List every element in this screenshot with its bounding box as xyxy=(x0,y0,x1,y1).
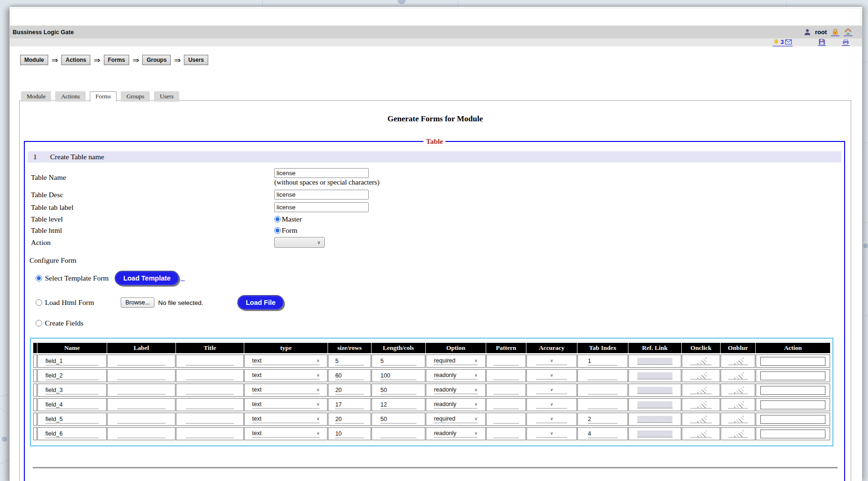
pattern-input[interactable] xyxy=(493,416,519,424)
onclick-textarea[interactable] xyxy=(690,400,712,409)
label-input[interactable] xyxy=(117,372,166,380)
create-fields-radio[interactable] xyxy=(36,320,42,326)
tab-index-input[interactable] xyxy=(588,358,618,366)
label-input[interactable] xyxy=(117,430,166,438)
name-input[interactable] xyxy=(45,416,99,424)
table-desc-input[interactable] xyxy=(274,190,369,200)
ref-link-box[interactable] xyxy=(637,401,672,408)
notifications-link[interactable]: 3 xyxy=(773,39,793,46)
home-icon[interactable] xyxy=(844,28,853,36)
length-cols-input[interactable] xyxy=(380,416,416,424)
tab-index-input[interactable] xyxy=(588,430,618,438)
action-input[interactable] xyxy=(760,371,825,380)
breadcrumb-actions-button[interactable]: Actions xyxy=(61,55,90,65)
option-select[interactable]: required∨ xyxy=(434,415,477,423)
onclick-textarea[interactable] xyxy=(690,429,712,438)
select-template-form-radio[interactable] xyxy=(36,275,42,281)
onclick-textarea[interactable] xyxy=(690,357,712,365)
name-input[interactable] xyxy=(45,358,99,366)
breadcrumb-groups-button[interactable]: Groups xyxy=(142,55,171,65)
action-input[interactable] xyxy=(760,415,825,424)
action-input[interactable] xyxy=(760,400,825,409)
ref-link-box[interactable] xyxy=(637,358,672,365)
option-select[interactable]: readonly∨ xyxy=(434,401,477,409)
title-input[interactable] xyxy=(186,416,234,424)
type-select[interactable]: text∨ xyxy=(252,357,320,365)
table-html-form-radio[interactable] xyxy=(274,227,281,234)
name-input[interactable] xyxy=(45,430,99,438)
onblur-textarea[interactable] xyxy=(728,415,748,423)
label-input[interactable] xyxy=(117,401,166,409)
type-select[interactable]: text∨ xyxy=(252,430,320,438)
ref-link-box[interactable] xyxy=(637,372,672,379)
tab-index-input[interactable] xyxy=(588,401,618,409)
type-select[interactable]: text∨ xyxy=(252,372,320,380)
action-select[interactable]: ∨ xyxy=(274,237,325,248)
load-file-button[interactable]: Load File xyxy=(238,296,284,310)
tab-index-input[interactable] xyxy=(588,387,618,395)
accuracy-select[interactable]: ∨ xyxy=(536,401,567,409)
onblur-textarea[interactable] xyxy=(728,357,748,365)
type-select[interactable]: text∨ xyxy=(252,386,320,394)
save-icon[interactable] xyxy=(818,39,826,46)
pattern-input[interactable] xyxy=(493,401,519,409)
table-tab-label-input[interactable] xyxy=(274,202,369,212)
accuracy-select[interactable]: ∨ xyxy=(536,430,567,438)
action-input[interactable] xyxy=(760,429,825,438)
name-input[interactable] xyxy=(45,372,99,380)
length-cols-input[interactable] xyxy=(380,387,416,395)
name-input[interactable] xyxy=(45,387,99,395)
ref-link-box[interactable] xyxy=(637,416,672,423)
size-rows-input[interactable] xyxy=(335,358,364,366)
type-select[interactable]: text∨ xyxy=(252,401,320,409)
pattern-input[interactable] xyxy=(493,372,519,380)
option-select[interactable]: readonly∨ xyxy=(434,386,477,394)
browse-button[interactable]: Browse... xyxy=(121,297,154,308)
size-rows-input[interactable] xyxy=(335,401,364,409)
print-icon[interactable] xyxy=(842,39,850,46)
size-rows-input[interactable] xyxy=(335,387,364,395)
title-input[interactable] xyxy=(186,387,234,395)
onblur-textarea[interactable] xyxy=(728,386,748,394)
option-select[interactable]: readonly∨ xyxy=(434,430,477,438)
lock-icon[interactable] xyxy=(831,29,839,36)
label-input[interactable] xyxy=(117,358,166,366)
tab-module[interactable]: Module xyxy=(21,91,51,102)
pattern-input[interactable] xyxy=(493,358,519,366)
accuracy-select[interactable]: ∨ xyxy=(536,415,567,423)
stray-underscore-link[interactable] xyxy=(181,275,185,281)
ref-link-box[interactable] xyxy=(637,387,672,394)
load-html-form-radio[interactable] xyxy=(36,299,42,306)
label-input[interactable] xyxy=(117,416,166,424)
onblur-textarea[interactable] xyxy=(728,371,748,380)
name-input[interactable] xyxy=(45,401,99,409)
label-input[interactable] xyxy=(117,387,166,395)
onblur-textarea[interactable] xyxy=(728,429,748,438)
onblur-textarea[interactable] xyxy=(728,400,748,409)
action-input[interactable] xyxy=(760,357,825,366)
length-cols-input[interactable] xyxy=(380,372,416,380)
breadcrumb-forms-button[interactable]: Forms xyxy=(104,55,130,65)
size-rows-input[interactable] xyxy=(335,416,364,424)
length-cols-input[interactable] xyxy=(380,358,416,366)
pattern-input[interactable] xyxy=(493,387,519,395)
tab-forms[interactable]: Forms xyxy=(90,91,117,103)
size-rows-input[interactable] xyxy=(335,430,364,438)
breadcrumb-module-button[interactable]: Module xyxy=(20,55,48,65)
accuracy-select[interactable]: ∨ xyxy=(536,357,567,365)
title-input[interactable] xyxy=(186,401,234,409)
table-name-input[interactable] xyxy=(274,168,369,178)
tab-index-input[interactable] xyxy=(588,416,618,424)
title-input[interactable] xyxy=(186,430,234,438)
tab-users[interactable]: Users xyxy=(154,91,179,102)
onclick-textarea[interactable] xyxy=(690,415,712,423)
title-input[interactable] xyxy=(186,372,234,380)
option-select[interactable]: readonly∨ xyxy=(434,372,477,380)
accuracy-select[interactable]: ∨ xyxy=(536,372,567,380)
load-template-button[interactable]: Load Template xyxy=(115,271,178,285)
type-select[interactable]: text∨ xyxy=(252,415,320,423)
onclick-textarea[interactable] xyxy=(690,386,712,394)
option-select[interactable]: required∨ xyxy=(434,357,477,365)
pattern-input[interactable] xyxy=(493,430,519,438)
title-input[interactable] xyxy=(186,358,234,366)
